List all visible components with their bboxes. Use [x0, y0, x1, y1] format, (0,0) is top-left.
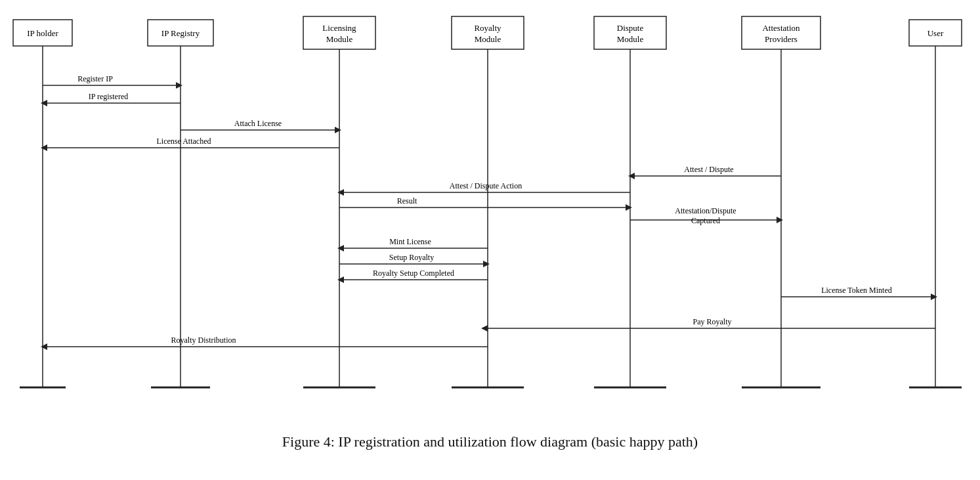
svg-rect-4 [303, 16, 375, 49]
svg-marker-51 [626, 204, 632, 211]
svg-text:IP registered: IP registered [89, 92, 129, 101]
svg-text:Module: Module [617, 34, 644, 44]
svg-text:User: User [927, 28, 944, 38]
svg-text:Module: Module [326, 34, 353, 44]
svg-text:Royalty Setup Completed: Royalty Setup Completed [373, 269, 454, 278]
svg-marker-61 [483, 261, 490, 267]
svg-rect-10 [594, 16, 666, 49]
svg-text:Royalty Distribution: Royalty Distribution [171, 336, 236, 345]
svg-text:Register IP: Register IP [77, 74, 113, 83]
svg-marker-73 [41, 343, 47, 350]
svg-text:Attestation: Attestation [762, 23, 800, 33]
svg-text:License Token Minted: License Token Minted [821, 286, 892, 295]
svg-text:Providers: Providers [765, 34, 798, 44]
svg-text:License Attached: License Attached [157, 137, 211, 146]
svg-text:IP Registry: IP Registry [161, 28, 200, 38]
sequence-diagram: IP holder IP Registry Licensing Module R… [0, 0, 980, 427]
svg-text:Result: Result [397, 196, 417, 206]
svg-rect-7 [452, 16, 524, 49]
svg-text:Pay Royalty: Pay Royalty [693, 317, 732, 326]
svg-marker-58 [337, 245, 344, 251]
svg-text:Setup Royalty: Setup Royalty [389, 253, 434, 262]
svg-text:Attach License: Attach License [234, 119, 282, 128]
svg-text:Attest / Dispute: Attest / Dispute [684, 165, 733, 174]
svg-text:Licensing: Licensing [322, 23, 356, 33]
svg-text:Attest / Dispute Action: Attest / Dispute Action [450, 181, 522, 190]
svg-marker-64 [337, 276, 344, 283]
figure-caption: Figure 4: IP registration and utilizatio… [0, 427, 980, 464]
svg-marker-39 [335, 127, 341, 133]
svg-marker-33 [176, 82, 182, 89]
svg-marker-70 [481, 325, 488, 332]
svg-marker-54 [777, 217, 783, 223]
svg-text:Captured: Captured [691, 216, 720, 225]
svg-text:IP holder: IP holder [27, 28, 58, 38]
svg-marker-48 [337, 189, 344, 196]
svg-marker-42 [41, 144, 47, 151]
svg-rect-13 [742, 16, 820, 49]
svg-marker-45 [628, 173, 635, 179]
svg-marker-36 [41, 100, 47, 106]
svg-text:Attestation/Dispute: Attestation/Dispute [675, 206, 736, 215]
svg-marker-67 [931, 294, 937, 300]
svg-text:Dispute: Dispute [617, 23, 644, 33]
svg-text:Royalty: Royalty [474, 23, 501, 33]
svg-text:Mint License: Mint License [389, 237, 431, 246]
diagram-svg: IP holder IP Registry Licensing Module R… [0, 0, 980, 420]
svg-text:Module: Module [475, 34, 501, 44]
